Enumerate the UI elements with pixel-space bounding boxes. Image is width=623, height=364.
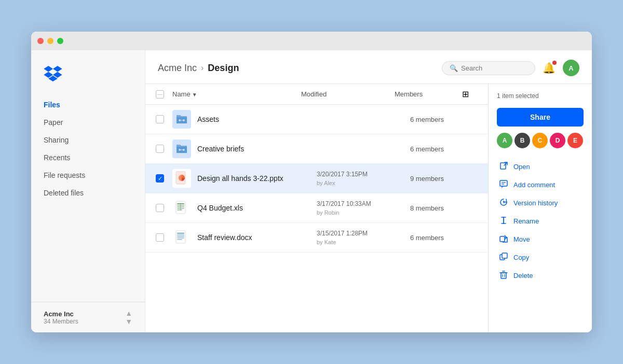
- file-members: 6 members: [410, 116, 478, 123]
- sidebar-item-file-requests[interactable]: File requests: [31, 166, 145, 184]
- svg-rect-19: [177, 237, 184, 239]
- action-open-label: Open: [513, 163, 530, 171]
- table-row[interactable]: Q4 Budget.xls 3/17/2017 10:33AM by Robin…: [145, 193, 488, 223]
- folder-icon: [172, 139, 191, 158]
- breadcrumb-arrow-icon: ›: [201, 63, 204, 73]
- row-checkbox[interactable]: [156, 233, 164, 242]
- version-history-icon: [499, 198, 508, 208]
- svg-rect-15: [180, 203, 181, 211]
- search-icon: 🔍: [450, 64, 458, 72]
- org-switcher-icon[interactable]: ▲ ▼: [125, 310, 132, 325]
- rename-icon: [499, 216, 508, 226]
- select-all-checkbox[interactable]: —: [156, 90, 164, 99]
- selected-info-label: 1 item selected: [497, 92, 584, 100]
- member-avatar: A: [497, 133, 512, 148]
- action-move[interactable]: Move: [497, 230, 584, 248]
- member-avatar: D: [550, 133, 565, 148]
- action-version-history[interactable]: Version history: [497, 194, 584, 212]
- search-input[interactable]: [461, 64, 523, 72]
- breadcrumb: Acme Inc › Design: [158, 63, 239, 74]
- dropbox-logo-icon: [44, 66, 62, 81]
- svg-rect-34: [501, 273, 506, 278]
- row-checkbox[interactable]: [156, 204, 164, 212]
- table-row[interactable]: Creative briefs 6 members: [145, 134, 488, 164]
- action-copy[interactable]: Copy: [497, 248, 584, 267]
- sidebar-item-deleted-files[interactable]: Deleted files: [31, 184, 145, 202]
- header-right: 🔍 🔔 A: [442, 60, 579, 76]
- docx-icon: [172, 228, 191, 247]
- member-avatar: C: [532, 133, 548, 148]
- action-version-history-label: Version history: [513, 199, 558, 207]
- file-members: 6 members: [410, 145, 478, 153]
- file-name: Assets: [197, 115, 317, 123]
- table-row[interactable]: Assets 6 members: [145, 105, 488, 134]
- action-delete[interactable]: Delete: [497, 267, 584, 285]
- breadcrumb-parent[interactable]: Acme Inc: [158, 63, 197, 74]
- action-add-comment[interactable]: Add comment: [497, 176, 584, 194]
- file-modified: 3/15/2017 1:28PM by Kate: [317, 229, 410, 247]
- main-header: Acme Inc › Design 🔍 🔔 A: [145, 50, 592, 84]
- action-list: Open Add comment: [497, 158, 584, 285]
- action-add-comment-label: Add comment: [513, 181, 555, 189]
- col-header-name[interactable]: Name▼: [172, 90, 301, 98]
- action-rename[interactable]: Rename: [497, 212, 584, 230]
- sidebar: Files Paper Sharing Recents File request…: [31, 50, 145, 332]
- row-checkbox[interactable]: [156, 174, 164, 183]
- sidebar-item-paper[interactable]: Paper: [31, 114, 145, 131]
- close-button[interactable]: [37, 38, 44, 44]
- member-avatar: B: [514, 133, 530, 148]
- svg-rect-22: [500, 163, 506, 169]
- table-row[interactable]: Staff review.docx 3/15/2017 1:28PM by Ka…: [145, 223, 488, 253]
- svg-rect-20: [177, 239, 182, 240]
- search-box[interactable]: 🔍: [442, 61, 535, 75]
- col-header-modified: Modified: [301, 90, 395, 98]
- file-modified: 3/17/2017 10:33AM by Robin: [317, 199, 410, 217]
- sidebar-item-files[interactable]: Files: [31, 96, 145, 114]
- main-content: Acme Inc › Design 🔍 🔔 A: [145, 50, 592, 332]
- member-avatar: E: [567, 133, 583, 148]
- org-members-count: 34 Members: [44, 318, 78, 325]
- sidebar-item-sharing[interactable]: Sharing: [31, 131, 145, 149]
- copy-icon: [499, 253, 508, 262]
- sidebar-footer: Acme Inc 34 Members ▲ ▼: [31, 302, 145, 332]
- table-row[interactable]: Design all hands 3-22.pptx 3/20/2017 3:1…: [145, 164, 488, 193]
- col-header-members: Members: [395, 90, 462, 98]
- file-area: — Name▼ Modified Members ⊞: [145, 84, 592, 332]
- user-avatar[interactable]: A: [563, 60, 579, 76]
- action-open[interactable]: Open: [497, 158, 584, 176]
- org-info: Acme Inc 34 Members: [44, 310, 78, 325]
- member-avatars-list: A B C D E: [497, 133, 584, 148]
- svg-rect-31: [500, 236, 505, 242]
- folder-icon: [172, 110, 191, 129]
- sidebar-item-recents[interactable]: Recents: [31, 149, 145, 166]
- xlsx-icon: [172, 199, 191, 217]
- svg-rect-17: [177, 234, 184, 235]
- minimize-button[interactable]: [47, 38, 53, 44]
- right-panel: 1 item selected Share A B C D E: [488, 84, 592, 332]
- add-comment-icon: [499, 180, 508, 190]
- file-name: Design all hands 3-22.pptx: [197, 174, 317, 183]
- org-name: Acme Inc: [44, 310, 78, 318]
- share-button[interactable]: Share: [497, 108, 584, 127]
- notification-badge: [552, 61, 557, 65]
- sort-arrow-icon: ▼: [192, 92, 197, 97]
- breadcrumb-current: Design: [208, 63, 239, 74]
- titlebar: [31, 32, 592, 50]
- svg-rect-16: [176, 231, 185, 243]
- action-copy-label: Copy: [513, 254, 529, 261]
- file-members: 8 members: [410, 204, 478, 212]
- maximize-button[interactable]: [57, 38, 63, 44]
- view-toggle-icon[interactable]: ⊞: [462, 89, 478, 99]
- row-checkbox[interactable]: [156, 115, 164, 123]
- action-delete-label: Delete: [513, 272, 533, 279]
- action-rename-label: Rename: [513, 217, 539, 225]
- app-window: Files Paper Sharing Recents File request…: [31, 32, 592, 332]
- svg-rect-21: [177, 233, 184, 234]
- row-checkbox[interactable]: [156, 145, 164, 153]
- table-header-row: — Name▼ Modified Members ⊞: [145, 84, 488, 105]
- notifications-button[interactable]: 🔔: [543, 62, 556, 74]
- svg-rect-23: [500, 180, 507, 186]
- file-table: — Name▼ Modified Members ⊞: [145, 84, 488, 332]
- file-name: Staff review.docx: [197, 233, 317, 242]
- app-body: Files Paper Sharing Recents File request…: [31, 50, 592, 332]
